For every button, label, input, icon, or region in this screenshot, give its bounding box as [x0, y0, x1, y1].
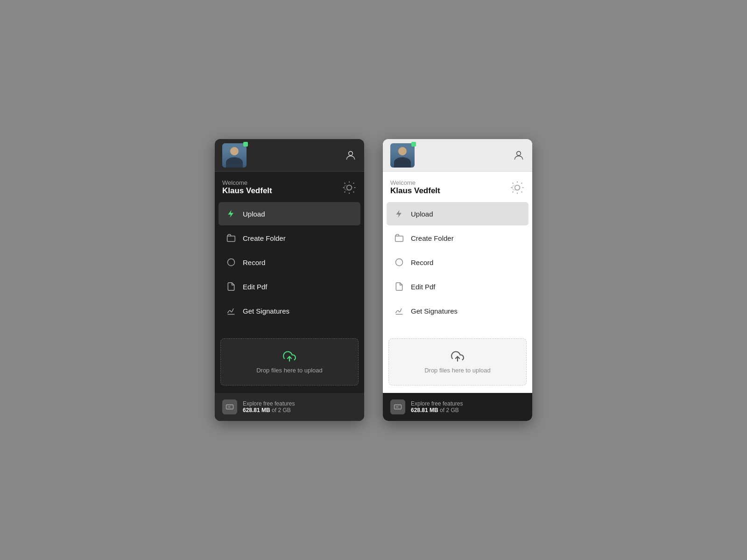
dark-theme-card: Welcome Klaus Vedfelt Upload [215, 139, 364, 421]
upload-icon-dark [283, 350, 296, 363]
svg-point-3 [228, 259, 235, 266]
storage-info-dark: Explore free features 628.81 MB of 2 GB [243, 400, 295, 413]
user-name-dark: Klaus Vedfelt [222, 186, 272, 196]
nav-item-record-dark[interactable]: Record [218, 251, 360, 274]
nav-item-edit-pdf-dark[interactable]: Edit Pdf [218, 275, 360, 298]
signature-icon-dark [226, 306, 236, 316]
weather-icon-light [510, 180, 525, 195]
svg-rect-2 [227, 236, 235, 242]
online-indicator-dark [243, 142, 248, 147]
welcome-section-dark: Welcome Klaus Vedfelt [215, 172, 364, 199]
footer-bar-light: Explore free features 628.81 MB of 2 GB [383, 393, 532, 421]
create-folder-label-light: Create Folder [411, 234, 454, 242]
nav-list-light: Upload Create Folder Record [383, 199, 532, 325]
svg-point-0 [349, 151, 353, 155]
nav-list-dark: Upload Create Folder Record [215, 199, 364, 325]
drop-zone-light[interactable]: Drop files here to upload [388, 338, 527, 385]
storage-icon-light [390, 399, 405, 414]
svg-point-12 [396, 259, 403, 266]
welcome-section-light: Welcome Klaus Vedfelt [383, 172, 532, 199]
explore-label-light: Explore free features [411, 400, 463, 407]
user-profile-button-dark[interactable] [345, 149, 357, 161]
folder-icon-dark [226, 233, 236, 243]
drop-zone-label-light: Drop files here to upload [424, 367, 491, 374]
avatar-dark[interactable] [222, 143, 247, 168]
upload-label-dark: Upload [243, 210, 265, 218]
upload-icon-light [451, 350, 464, 363]
nav-item-upload-light[interactable]: Upload [387, 202, 529, 225]
svg-point-9 [517, 151, 521, 155]
nav-item-edit-pdf-light[interactable]: Edit Pdf [387, 275, 529, 298]
svg-rect-11 [395, 236, 403, 242]
storage-icon-dark [222, 399, 237, 414]
avatar-light[interactable] [390, 143, 415, 168]
record-label-light: Record [411, 259, 433, 266]
nav-item-get-signatures-light[interactable]: Get Signatures [387, 299, 529, 322]
nav-item-upload-dark[interactable]: Upload [218, 202, 360, 225]
upload-label-light: Upload [411, 210, 433, 218]
nav-item-get-signatures-dark[interactable]: Get Signatures [218, 299, 360, 322]
online-indicator-light [411, 142, 416, 147]
document-icon-dark [226, 281, 236, 292]
explore-label-dark: Explore free features [243, 400, 295, 407]
record-label-dark: Record [243, 259, 265, 266]
bolt-icon-light [394, 209, 404, 219]
footer-bar-dark: Explore free features 628.81 MB of 2 GB [215, 393, 364, 421]
circle-icon-dark [226, 257, 236, 267]
user-name-light: Klaus Vedfelt [390, 186, 440, 196]
bolt-icon-dark [226, 209, 236, 219]
welcome-label-dark: Welcome [222, 179, 272, 186]
circle-icon-light [394, 257, 404, 267]
storage-used-light: 628.81 MB of 2 GB [411, 407, 463, 413]
top-bar-light [383, 139, 532, 172]
get-signatures-label-light: Get Signatures [411, 307, 458, 315]
user-profile-button-light[interactable] [513, 149, 525, 161]
drop-zone-dark[interactable]: Drop files here to upload [220, 338, 359, 385]
welcome-label-light: Welcome [390, 179, 440, 186]
nav-item-create-folder-light[interactable]: Create Folder [387, 226, 529, 250]
edit-pdf-label-dark: Edit Pdf [243, 283, 268, 291]
create-folder-label-dark: Create Folder [243, 234, 286, 242]
edit-pdf-label-light: Edit Pdf [411, 283, 436, 291]
storage-used-dark: 628.81 MB of 2 GB [243, 407, 295, 413]
folder-icon-light [394, 233, 404, 243]
get-signatures-label-dark: Get Signatures [243, 307, 289, 315]
drop-zone-label-dark: Drop files here to upload [256, 367, 323, 374]
signature-icon-light [394, 306, 404, 316]
light-theme-card: Welcome Klaus Vedfelt Upload [383, 139, 532, 421]
weather-icon-dark [342, 180, 357, 195]
top-bar-dark [215, 139, 364, 172]
nav-item-record-light[interactable]: Record [387, 251, 529, 274]
storage-info-light: Explore free features 628.81 MB of 2 GB [411, 400, 463, 413]
nav-item-create-folder-dark[interactable]: Create Folder [218, 226, 360, 250]
document-icon-light [394, 281, 404, 292]
